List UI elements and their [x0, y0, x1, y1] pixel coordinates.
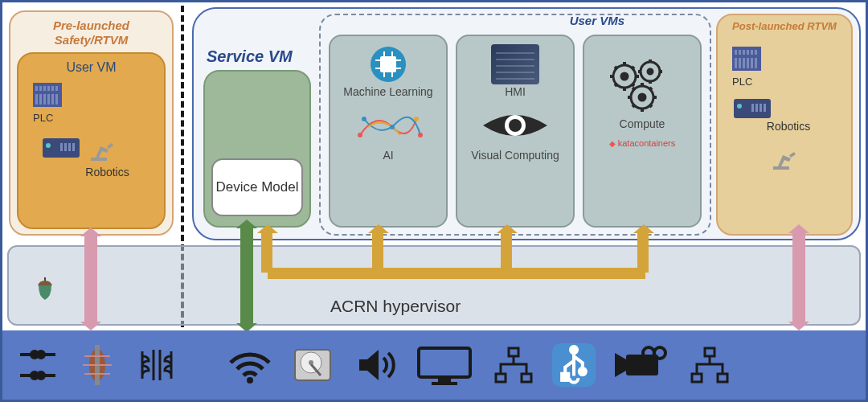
motor-icon — [73, 343, 121, 387]
service-vm-box: Device Model — [203, 70, 311, 228]
gold-bus — [268, 268, 645, 279]
svg-rect-73 — [718, 374, 727, 382]
svg-point-18 — [621, 73, 628, 80]
plc-icon — [732, 47, 761, 71]
gold-arrow-device — [261, 232, 272, 273]
gold-arrow-vm2 — [501, 232, 512, 273]
pre-launched-title: Pre-launched Safety/RTVM — [17, 18, 166, 47]
svg-point-12 — [414, 117, 419, 121]
svg-rect-66 — [562, 374, 568, 380]
vm-label-compute: Compute — [620, 118, 665, 130]
svg-rect-63 — [496, 374, 506, 382]
svg-point-67 — [579, 368, 586, 375]
network-icon-2 — [686, 343, 734, 387]
arrow-service-to-hw — [240, 228, 253, 324]
svg-line-42 — [649, 88, 652, 90]
robotics-device-icon — [43, 138, 80, 158]
vm-label-visual: Visual Computing — [471, 150, 559, 162]
svg-line-30 — [632, 67, 634, 69]
vm-card-ml: Machine Learning AI — [329, 35, 448, 228]
svg-rect-64 — [522, 374, 531, 382]
katacontainers-label: katacontainers — [609, 138, 676, 148]
gears-icon — [602, 52, 682, 117]
robotics-row — [43, 132, 156, 164]
svg-point-10 — [358, 133, 362, 137]
network-icon — [489, 343, 538, 387]
monitor-icon — [414, 343, 475, 387]
post-launched-container: Post-launched RTVM PLC Robotics — [716, 14, 853, 236]
hw-left-group — [14, 343, 181, 387]
plc-label-right: PLC — [732, 76, 843, 88]
hypervisor-bar: ACRN hypervisor — [7, 245, 861, 326]
svg-line-28 — [632, 84, 634, 86]
ai-network-icon — [352, 103, 424, 148]
device-model-box: Device Model — [211, 158, 303, 216]
svg-line-39 — [633, 88, 635, 90]
hmi-screen-icon — [491, 44, 539, 84]
svg-point-47 — [38, 372, 44, 379]
hardware-bar — [2, 330, 866, 400]
user-vms-group-title: User VMs — [565, 14, 629, 27]
chip-icon — [364, 44, 412, 84]
arrow-pre-to-hw — [84, 236, 97, 322]
gold-arrow-vm1 — [372, 232, 383, 273]
svg-rect-59 — [419, 348, 470, 377]
diagram-canvas: Pre-launched Safety/RTVM User VM PLC Rob… — [2, 2, 866, 332]
right-main-container: Service VM Device Model User VMs Machine… — [192, 7, 861, 240]
svg-point-22 — [639, 94, 645, 100]
usb-icon — [552, 343, 596, 387]
post-launched-title: Post-launched RTVM — [726, 20, 843, 32]
circuit-icon — [14, 343, 62, 387]
hard-drive-icon — [289, 343, 337, 387]
transformer-icon — [133, 343, 181, 387]
svg-line-41 — [633, 105, 635, 107]
plc-label: PLC — [33, 112, 156, 124]
svg-rect-1 — [380, 56, 396, 72]
svg-point-13 — [362, 117, 366, 121]
user-vm-label: User VM — [27, 60, 156, 75]
svg-point-20 — [648, 69, 653, 74]
svg-point-11 — [390, 125, 395, 129]
svg-line-40 — [649, 105, 652, 107]
vm-card-hmi: HMI Visual Computing — [456, 35, 575, 228]
svg-rect-61 — [432, 382, 457, 385]
pre-launched-container: Pre-launched Safety/RTVM User VM PLC Rob… — [9, 10, 174, 236]
robot-arm-icon — [86, 132, 118, 164]
svg-point-55 — [247, 377, 253, 384]
svg-point-16 — [509, 119, 522, 132]
robotics-label-right: Robotics — [734, 120, 843, 133]
svg-point-70 — [654, 347, 665, 359]
camera-icon — [610, 343, 671, 387]
vm-label-ai: AI — [383, 150, 393, 162]
eye-icon — [479, 103, 551, 148]
arrow-post-to-hw — [792, 232, 805, 322]
robotics-row-right — [734, 99, 843, 118]
vm-label-ml: Machine Learning — [343, 86, 432, 98]
svg-rect-72 — [692, 374, 702, 382]
user-vm-box-left: User VM PLC Robotics — [17, 52, 166, 229]
vm-label-hmi: HMI — [505, 86, 526, 98]
user-vms-group: User VMs Machine Learning AI HMI — [319, 14, 711, 236]
svg-line-29 — [615, 84, 617, 86]
robot-arm-icon — [768, 141, 800, 173]
robotics-label: Robotics — [59, 166, 156, 178]
speaker-icon — [351, 343, 399, 387]
robotics-device-icon — [734, 99, 771, 118]
svg-point-46 — [38, 351, 44, 358]
acorn-logo-icon — [31, 274, 59, 302]
svg-line-27 — [615, 67, 617, 69]
svg-rect-62 — [509, 348, 518, 356]
gold-arrow-vm3 — [637, 232, 649, 273]
plc-icon — [33, 83, 62, 107]
svg-rect-71 — [705, 348, 714, 356]
wifi-icon — [226, 343, 274, 387]
svg-point-14 — [418, 133, 423, 137]
vm-card-compute: Compute katacontainers — [583, 35, 702, 228]
svg-rect-60 — [438, 377, 451, 382]
service-vm-title: Service VM — [207, 47, 293, 66]
hypervisor-label: ACRN hypervisor — [330, 297, 461, 316]
